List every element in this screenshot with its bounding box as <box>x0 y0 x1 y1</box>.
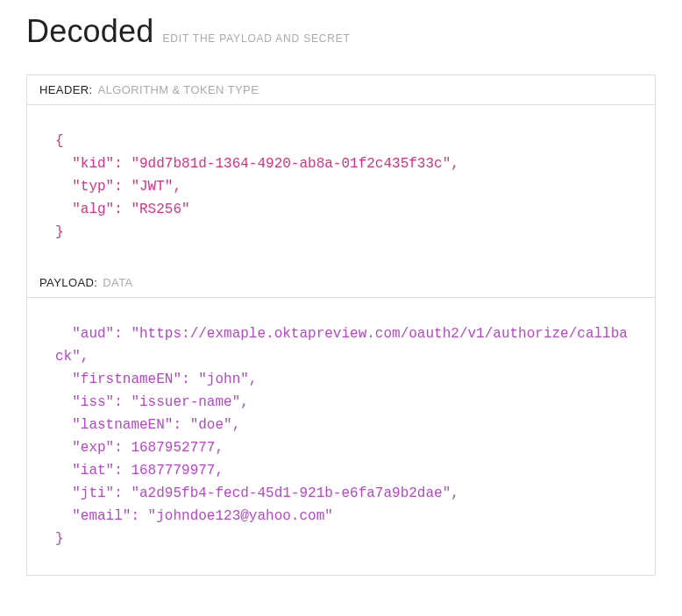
header-label: HEADER: <box>39 83 93 96</box>
decoded-panel: HEADER: ALGORITHM & TOKEN TYPE { "kid": … <box>26 74 656 576</box>
page-heading: Decoded EDIT THE PAYLOAD AND SECRET <box>26 13 656 50</box>
header-section-title: HEADER: ALGORITHM & TOKEN TYPE <box>27 75 655 105</box>
payload-section: PAYLOAD: DATA "aud": "https://exmaple.ok… <box>27 268 655 575</box>
header-section: HEADER: ALGORITHM & TOKEN TYPE { "kid": … <box>27 75 655 268</box>
page-title: Decoded <box>26 13 154 50</box>
header-sublabel: ALGORITHM & TOKEN TYPE <box>98 83 259 96</box>
payload-section-title: PAYLOAD: DATA <box>27 268 655 298</box>
payload-label: PAYLOAD: <box>39 276 97 289</box>
page-subtitle: EDIT THE PAYLOAD AND SECRET <box>163 32 351 45</box>
header-code-editor[interactable]: { "kid": "9dd7b81d-1364-4920-ab8a-01f2c4… <box>27 105 655 268</box>
payload-code-editor[interactable]: "aud": "https://exmaple.oktapreview.com/… <box>27 298 655 575</box>
payload-sublabel: DATA <box>103 276 132 289</box>
